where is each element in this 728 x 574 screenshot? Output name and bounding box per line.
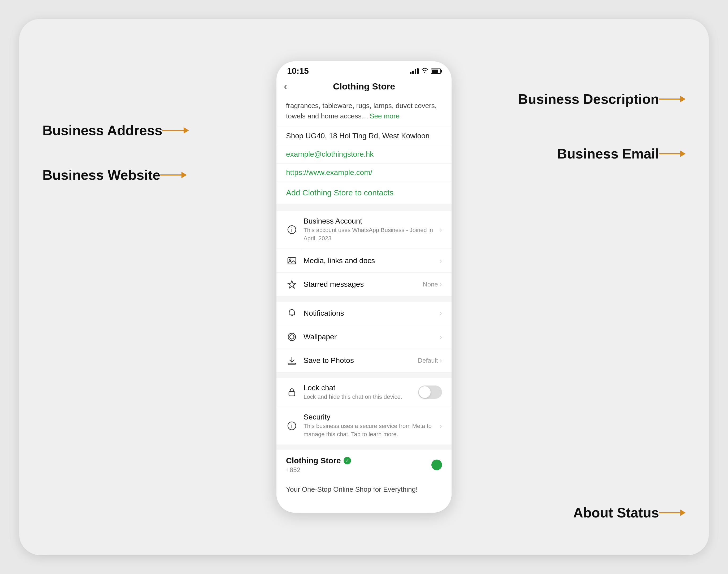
section-gap-3 [276, 372, 452, 378]
security-icon [286, 420, 298, 432]
back-button[interactable]: ‹ [284, 81, 287, 92]
annotation-label-business-address: Business Address [42, 122, 163, 138]
menu-sublabel-security: This business uses a secure service from… [304, 422, 440, 439]
menu-section: Business Account This account uses Whats… [276, 211, 452, 444]
menu-content-media-links: Media, links and docs [304, 256, 440, 265]
business-email-row[interactable]: example@clothingstore.hk [276, 145, 452, 164]
save-photos-value: Default [418, 357, 438, 364]
menu-content-save-photos: Save to Photos [304, 356, 418, 365]
section-gap-4 [276, 444, 452, 450]
business-email-text[interactable]: example@clothingstore.hk [286, 150, 373, 158]
chevron-icon-starred: › [440, 280, 442, 289]
menu-right-notifications: › [440, 309, 442, 318]
annotation-label-business-website: Business Website [42, 167, 160, 183]
menu-item-business-account[interactable]: Business Account This account uses Whats… [276, 211, 452, 249]
section-gap-2 [276, 296, 452, 301]
menu-item-media-links[interactable]: Media, links and docs › [276, 249, 452, 273]
menu-item-notifications[interactable]: Notifications › [276, 301, 452, 325]
annotation-label-business-email: Business Email [557, 146, 659, 162]
menu-item-wallpaper[interactable]: Wallpaper › [276, 325, 452, 349]
battery-icon [431, 69, 441, 74]
section-divider-1 [276, 204, 452, 211]
online-indicator [431, 460, 442, 470]
download-icon [286, 355, 298, 366]
business-description-box: fragrances, tableware, rugs, lamps, duve… [276, 95, 452, 127]
business-description-text: fragrances, tableware, rugs, lamps, duve… [286, 102, 437, 120]
svg-point-2 [291, 228, 292, 228]
verified-badge: ✓ [344, 457, 351, 464]
lock-chat-toggle[interactable] [418, 385, 442, 399]
about-status-box: Your One-Stop Online Shop for Everything… [276, 480, 452, 499]
business-website-text[interactable]: https://www.example.com/ [286, 168, 372, 176]
menu-right-security: › [440, 422, 442, 430]
svg-point-8 [290, 335, 294, 339]
svg-point-18 [291, 423, 292, 424]
status-bar: 10:15 [276, 61, 452, 79]
bottom-padding [276, 499, 452, 509]
menu-item-save-photos[interactable]: Save to Photos Default › [276, 349, 452, 372]
business-address-text: Shop UG40, 18 Hoi Ting Rd, West Kowloon [286, 132, 429, 140]
image-icon [286, 255, 298, 266]
svg-rect-3 [288, 257, 296, 264]
annotation-label-business-description: Business Description [518, 91, 659, 107]
profile-name-row: Clothing Store ✓ [286, 456, 351, 465]
menu-sublabel-lock-chat: Lock and hide this chat on this device. [304, 393, 418, 401]
menu-right-business-account: › [440, 226, 442, 234]
chevron-icon-notifications: › [440, 309, 442, 318]
toggle-knob [419, 386, 430, 398]
menu-item-lock-chat[interactable]: Lock chat Lock and hide this chat on thi… [276, 378, 452, 407]
lock-icon [286, 386, 298, 398]
menu-right-wallpaper: › [440, 333, 442, 341]
menu-content-security: Security This business uses a secure ser… [304, 413, 440, 439]
menu-right-media-links: › [440, 256, 442, 265]
page-title: Clothing Store [333, 81, 395, 92]
about-status-text: Your One-Stop Online Shop for Everything… [286, 485, 418, 493]
profile-phone: +852 [286, 466, 351, 474]
menu-content-notifications: Notifications [304, 309, 440, 318]
menu-item-security[interactable]: Security This business uses a secure ser… [276, 407, 452, 444]
menu-content-lock-chat: Lock chat Lock and hide this chat on thi… [304, 384, 418, 401]
menu-right-starred: None › [423, 280, 442, 289]
add-contacts-button[interactable]: Add Clothing Store to contacts [286, 188, 394, 197]
wifi-icon [421, 68, 428, 75]
signal-icon [410, 68, 419, 74]
svg-marker-5 [288, 281, 296, 288]
menu-label-wallpaper: Wallpaper [304, 333, 440, 341]
scroll-content[interactable]: fragrances, tableware, rugs, lamps, duve… [276, 95, 452, 513]
annotation-business-email: Business Email [557, 146, 686, 162]
annotation-label-about-status: About Status [573, 505, 659, 521]
status-icons [410, 68, 441, 75]
menu-label-lock-chat: Lock chat [304, 384, 418, 392]
menu-label-business-account: Business Account [304, 217, 440, 226]
annotation-about-status: About Status [573, 505, 686, 521]
chevron-icon-security: › [440, 422, 442, 430]
svg-point-4 [289, 259, 291, 260]
profile-footer: Clothing Store ✓ +852 [276, 450, 452, 480]
nav-header: ‹ Clothing Store [276, 79, 452, 95]
annotation-business-address: Business Address [42, 122, 189, 138]
starred-value: None [423, 281, 438, 288]
annotation-business-description: Business Description [518, 91, 686, 107]
chevron-icon-media: › [440, 256, 442, 265]
outer-card: Business Description Business Address Bu… [19, 19, 709, 555]
business-website-row[interactable]: https://www.example.com/ [276, 164, 452, 182]
status-time: 10:15 [287, 66, 309, 76]
menu-label-media-links: Media, links and docs [304, 256, 440, 265]
see-more-link[interactable]: See more [370, 112, 400, 120]
menu-content-wallpaper: Wallpaper [304, 333, 440, 341]
chevron-icon-save-photos: › [440, 356, 442, 365]
info-icon [286, 224, 298, 236]
chevron-icon: › [440, 226, 442, 234]
add-contacts-section[interactable]: Add Clothing Store to contacts [276, 182, 452, 204]
menu-right-save-photos: Default › [418, 356, 442, 365]
menu-item-starred-messages[interactable]: Starred messages None › [276, 273, 452, 296]
menu-label-starred: Starred messages [304, 280, 423, 289]
profile-name-text: Clothing Store [286, 456, 341, 465]
profile-info: Clothing Store ✓ +852 [286, 456, 351, 474]
svg-rect-15 [289, 392, 295, 396]
star-icon [286, 279, 298, 290]
business-address-row[interactable]: Shop UG40, 18 Hoi Ting Rd, West Kowloon [276, 127, 452, 145]
bell-icon [286, 308, 298, 319]
menu-label-notifications: Notifications [304, 309, 440, 318]
menu-label-security: Security [304, 413, 440, 421]
